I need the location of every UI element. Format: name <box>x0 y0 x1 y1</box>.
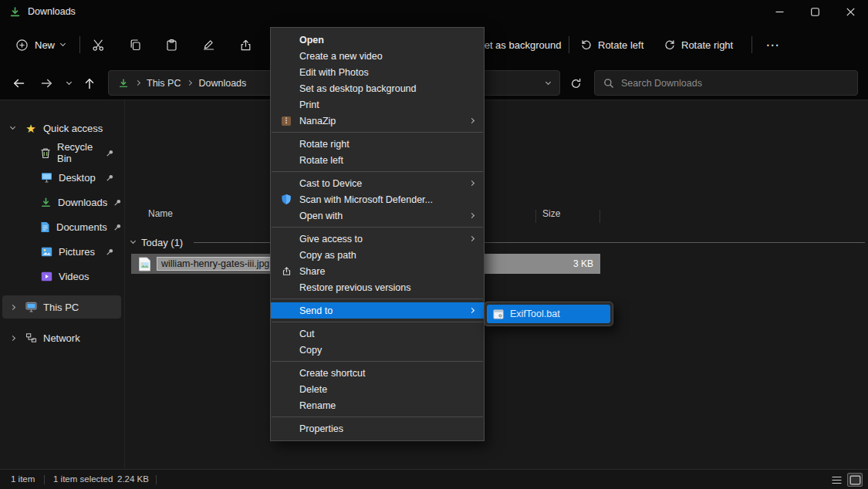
menu-item-properties[interactable]: Properties <box>271 420 484 437</box>
sidebar-item-this-pc[interactable]: This PC <box>2 295 121 319</box>
cut-button[interactable] <box>86 32 110 57</box>
downloads-folder-icon <box>40 197 52 208</box>
share-icon <box>239 39 252 52</box>
column-separator[interactable] <box>599 210 600 223</box>
submenu-item-exiftool-bat[interactable]: ExifTool.bat <box>487 305 610 323</box>
rotate-left-icon <box>580 39 593 51</box>
menu-item-restore-previous-versions[interactable]: Restore previous versions <box>271 279 484 295</box>
minimize-button[interactable] <box>762 0 797 23</box>
menu-separator <box>272 416 483 417</box>
sidebar-item-downloads[interactable]: Downloads <box>0 191 123 214</box>
batch-file-icon <box>493 309 504 319</box>
sidebar-item-documents[interactable]: Documents <box>0 215 123 238</box>
menu-item-nanazip[interactable]: NanaZip <box>271 113 484 129</box>
close-button[interactable] <box>833 0 868 23</box>
chevron-down-icon[interactable] <box>545 79 551 84</box>
menu-item-open-with[interactable]: Open with <box>271 207 484 224</box>
menu-item-set-as-desktop-background[interactable]: Set as desktop background <box>271 80 484 96</box>
rotate-right-button[interactable]: Rotate right <box>664 32 733 57</box>
copy-icon <box>129 39 142 52</box>
breadcrumb-downloads[interactable]: Downloads <box>198 78 246 89</box>
menu-item-give-access-to[interactable]: Give access to <box>271 231 484 247</box>
image-file-icon <box>138 257 151 271</box>
rename-button[interactable] <box>196 32 221 57</box>
column-header-size[interactable]: Size <box>542 208 560 219</box>
menu-item-rename[interactable]: Rename <box>271 397 484 413</box>
search-box[interactable] <box>594 70 858 96</box>
search-input[interactable] <box>621 78 849 89</box>
sidebar: ★ Quick access Recycle Bin Desktop Downl… <box>0 100 125 469</box>
maximize-button[interactable] <box>797 0 833 23</box>
breadcrumb-this-pc[interactable]: This PC <box>147 78 181 89</box>
menu-item-rotate-right[interactable]: Rotate right <box>271 136 484 152</box>
menu-item-print[interactable]: Print <box>271 96 484 113</box>
menu-item-copy[interactable]: Copy <box>271 342 484 358</box>
this-pc-icon <box>25 302 37 312</box>
column-separator[interactable] <box>535 210 536 223</box>
menu-item-create-a-new-video[interactable]: Create a new video <box>271 48 484 64</box>
menu-item-send-to[interactable]: Send to <box>271 302 484 319</box>
chevron-right-icon <box>470 214 474 218</box>
chevron-right-icon[interactable] <box>6 336 19 340</box>
sidebar-item-label: Desktop <box>59 172 96 184</box>
group-header-today[interactable]: Today (1) <box>131 233 865 251</box>
chevron-down-icon[interactable] <box>131 241 135 243</box>
back-button[interactable] <box>6 71 31 96</box>
sidebar-item-recycle-bin[interactable]: Recycle Bin <box>0 141 123 164</box>
rotate-right-icon <box>664 39 676 51</box>
star-icon: ★ <box>25 123 37 134</box>
status-bar: 1 item 1 item selected 2.24 KB <box>0 469 868 489</box>
more-options-button[interactable]: ⋯ <box>761 32 784 57</box>
share-button[interactable] <box>233 32 258 57</box>
desktop-icon <box>40 172 52 183</box>
sidebar-item-label: Documents <box>56 221 107 233</box>
menu-item-scan-with-microsoft-defender[interactable]: Scan with Microsoft Defender... <box>271 191 484 207</box>
chevron-right-icon[interactable] <box>6 305 19 309</box>
sidebar-item-quick-access[interactable]: ★ Quick access <box>0 116 123 140</box>
chevron-right-icon <box>135 80 140 86</box>
menu-separator <box>272 227 483 228</box>
pin-icon <box>113 223 122 231</box>
menu-item-share[interactable]: Share <box>271 263 484 279</box>
details-view-icon <box>831 475 843 485</box>
copy-button[interactable] <box>123 32 147 57</box>
menu-item-copy-as-path[interactable]: Copy as path <box>271 247 484 263</box>
documents-icon <box>40 221 50 233</box>
column-header-name[interactable]: Name <box>148 208 173 219</box>
toolbar-separator <box>79 36 80 53</box>
videos-icon <box>40 271 52 282</box>
rotate-left-button[interactable]: Rotate left <box>580 32 643 57</box>
up-button[interactable] <box>77 71 102 96</box>
sidebar-item-desktop[interactable]: Desktop <box>0 166 123 189</box>
sidebar-item-network[interactable]: Network <box>0 326 123 349</box>
menu-item-cast-to-device[interactable]: Cast to Device <box>271 175 484 191</box>
share-icon <box>280 265 292 278</box>
menu-item-cut[interactable]: Cut <box>271 325 484 342</box>
refresh-button[interactable] <box>563 71 588 96</box>
menu-item-edit-with-photos[interactable]: Edit with Photos <box>271 64 484 80</box>
recent-locations-button[interactable] <box>60 71 77 96</box>
chevron-right-icon <box>470 119 474 123</box>
send-to-submenu: ExifTool.bat <box>484 302 613 326</box>
recycle-bin-icon <box>40 147 51 159</box>
details-view-button[interactable] <box>829 473 844 487</box>
arrow-up-icon <box>83 77 96 90</box>
group-label: Today (1) <box>141 237 183 248</box>
file-size: 3 KB <box>485 254 600 274</box>
forward-button[interactable] <box>34 71 59 96</box>
selection-size: 2.24 KB <box>117 474 149 484</box>
menu-item-delete[interactable]: Delete <box>271 381 484 397</box>
large-icons-view-icon <box>849 475 861 485</box>
sidebar-item-videos[interactable]: Videos <box>0 265 123 288</box>
large-icons-view-button[interactable] <box>847 473 863 487</box>
menu-item-open[interactable]: Open <box>271 32 484 48</box>
menu-separator <box>272 171 483 172</box>
paste-button[interactable] <box>159 32 184 57</box>
menu-item-rotate-left[interactable]: Rotate left <box>271 152 484 168</box>
new-button[interactable]: New <box>8 32 73 58</box>
paste-icon <box>165 39 178 52</box>
sidebar-item-pictures[interactable]: Pictures <box>0 240 123 263</box>
chevron-down-icon[interactable] <box>6 127 19 129</box>
chevron-right-icon <box>187 80 192 86</box>
menu-item-create-shortcut[interactable]: Create shortcut <box>271 365 484 381</box>
